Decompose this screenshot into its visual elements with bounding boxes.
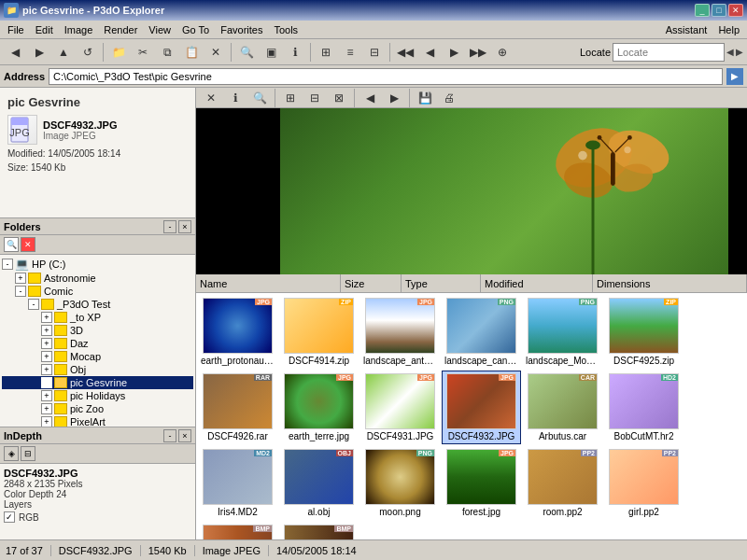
address-go-button[interactable]: ▶ [726,68,743,85]
tree-item[interactable]: - _P3dO Test [2,298,193,311]
list-item[interactable]: JPG earth_protonaurora_image_big.jpeg [198,295,277,369]
tree-item[interactable]: + Mocap [2,350,193,363]
nav-prev-button[interactable]: ◀◀ [394,41,416,63]
folders-search-btn[interactable]: 🔍 [4,237,19,252]
list-item[interactable]: JPG earth_terre.jpg [279,371,359,444]
cut-button[interactable]: ✂ [132,41,154,63]
tree-item[interactable]: + Astronomie [2,272,193,285]
view-list-button[interactable]: ≡ [339,41,361,63]
nav-back-button[interactable]: ◀ [418,41,441,63]
preview-info-btn[interactable]: ℹ [224,88,247,109]
list-item[interactable]: RAR DSCF4926.rar [198,371,277,444]
list-item[interactable]: BMP wood_dark.bmp [279,522,359,539]
tree-expand-comic[interactable]: - [15,286,26,297]
menu-view[interactable]: View [143,22,176,37]
properties-button[interactable]: ℹ [284,41,306,63]
preview-close-btn[interactable]: ✕ [200,88,222,109]
preview-grid2-btn[interactable]: ⊟ [303,88,326,109]
tree-expand-p3do[interactable]: - [28,299,39,310]
locate-input[interactable] [613,43,725,62]
list-item[interactable]: PP2 girl.pp2 [604,446,684,520]
maximize-button[interactable]: □ [712,4,726,17]
refresh-button[interactable]: ↺ [77,41,99,63]
col-dimensions[interactable]: Dimensions [593,274,747,293]
list-item[interactable]: PP2 room.pp2 [523,446,602,520]
list-item[interactable]: CAR Arbutus.car [523,371,602,444]
tree-expand-hp[interactable]: - [2,259,13,270]
preview-grid-btn[interactable]: ⊞ [279,88,302,109]
list-item[interactable]: PNG moon.png [360,446,440,520]
minimize-button[interactable]: _ [695,4,710,17]
tree-item[interactable]: + pic Zoo [2,402,193,415]
menu-render[interactable]: Render [98,22,143,37]
list-item[interactable]: MD2 Iris4.MD2 [198,446,277,520]
list-item[interactable]: ZIP DSCF4914.zip [279,295,359,369]
menu-goto[interactable]: Go To [176,22,215,37]
select-all-button[interactable]: ▣ [260,41,282,63]
list-item[interactable]: BMP wood_red.bmp [198,522,277,539]
list-item[interactable]: ZIP DSCF4925.zip [604,295,684,369]
menu-edit[interactable]: Edit [30,22,59,37]
folders-collapse-btn[interactable]: - [163,220,176,233]
tree-item[interactable]: + Obj [2,363,193,376]
list-item[interactable]: OBJ al.obj [279,446,359,520]
tree-expand-3d[interactable]: + [41,325,52,336]
preview-grid3-btn[interactable]: ⊠ [328,88,350,109]
indepth-icon1[interactable]: ◈ [4,446,19,461]
tree-expand-pich[interactable]: + [41,390,52,401]
menu-tools[interactable]: Tools [268,22,303,37]
tree-expand-toxp[interactable]: + [41,312,52,323]
nav-fwd-button[interactable]: ▶ [443,41,465,63]
nav-next-button[interactable]: ▶▶ [467,41,489,63]
address-input[interactable] [49,68,723,85]
tree-container[interactable]: - 💻 HP (C:) + Astronomie - Comic [0,255,195,427]
tree-expand-picz[interactable]: + [41,403,52,414]
slideshow-button[interactable]: ⊕ [491,41,514,63]
tree-item[interactable]: + pic Holidays [2,389,193,402]
preview-next-btn[interactable]: ▶ [383,88,405,109]
menu-favorites[interactable]: Favorites [215,22,268,37]
tree-item[interactable]: + Daz [2,337,193,350]
copy-button[interactable]: ⧉ [156,41,178,63]
new-folder-button[interactable]: 📁 [107,41,130,63]
col-name[interactable]: Name [196,274,341,293]
tree-item[interactable]: - Comic [2,285,193,298]
preview-info2-btn[interactable]: 🔍 [248,88,271,109]
list-item[interactable]: PNG landscape_canary_la palma.png [442,295,521,369]
up-button[interactable]: ▲ [52,41,75,63]
search-button[interactable]: 🔍 [235,41,258,63]
col-type[interactable]: Type [402,274,481,293]
tree-item[interactable]: + PixelArt [2,415,193,427]
menu-image[interactable]: Image [59,22,99,37]
list-item[interactable]: JPG landscape_antartic_Wandell.jpg [360,295,440,369]
view-large-button[interactable]: ⊞ [315,41,337,63]
preview-save-btn[interactable]: 💾 [414,88,436,109]
locate-next-arrow[interactable]: ▶ [736,47,743,57]
menu-assistant[interactable]: Assistant [660,22,713,37]
list-item[interactable]: JPG DSCF4931.JPG [360,371,440,444]
list-item[interactable]: PNG landscape_Moneron_Island.png [523,295,602,369]
indepth-pin-btn[interactable]: × [178,429,191,442]
paste-button[interactable]: 📋 [180,41,203,63]
col-modified[interactable]: Modified [481,274,593,293]
forward-button[interactable]: ▶ [28,41,50,63]
list-item[interactable]: HD2 BobCutMT.hr2 [604,371,684,444]
folders-close-btn[interactable]: ✕ [21,237,35,252]
col-size[interactable]: Size [341,274,402,293]
tree-item[interactable]: - 💻 HP (C:) [2,257,193,272]
file-grid[interactable]: JPG earth_protonaurora_image_big.jpeg ZI… [196,293,747,539]
preview-prev-btn[interactable]: ◀ [359,88,381,109]
tree-expand-astro[interactable]: + [15,273,26,284]
folders-pin-btn[interactable]: × [178,220,191,233]
indepth-icon2[interactable]: ⊟ [21,446,35,461]
tree-item[interactable]: + _to XP [2,311,193,324]
back-button[interactable]: ◀ [4,41,26,63]
menu-help[interactable]: Help [712,22,745,37]
list-item[interactable]: JPG DSCF4932.JPG [442,371,521,444]
preview-print-btn[interactable]: 🖨 [438,88,460,109]
tree-item[interactable]: + 3D [2,324,193,337]
tree-expand-picg[interactable]: + [41,377,52,388]
tree-expand-pixel[interactable]: + [41,416,52,427]
menu-file[interactable]: File [2,22,30,37]
list-item[interactable]: JPG forest.jpg [442,446,521,520]
